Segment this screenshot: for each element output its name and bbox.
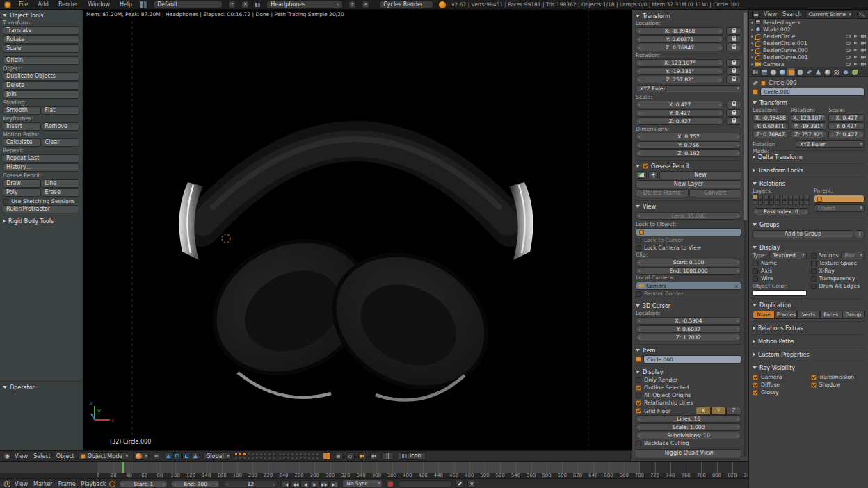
ray-checkbox[interactable] xyxy=(811,375,817,380)
outliner-item[interactable]: Camera xyxy=(749,60,868,67)
scrollbar-thumb[interactable] xyxy=(744,12,747,220)
outliner-item[interactable]: BezierCurve.000 xyxy=(749,47,868,54)
outliner-menu[interactable]: View xyxy=(764,11,777,17)
location-field[interactable]: Y: 0.60371 xyxy=(636,35,724,43)
clip-start-field[interactable]: Start: 0.100 xyxy=(636,259,741,266)
rotation-field[interactable]: X: 123.107° xyxy=(791,114,827,122)
editor-type-3dview-icon[interactable] xyxy=(3,452,11,460)
tab-render-layers[interactable] xyxy=(760,68,768,76)
pivot-point-icon[interactable] xyxy=(152,452,161,460)
lock-button[interactable] xyxy=(726,44,741,51)
remove-keyframe-button[interactable]: Remove xyxy=(42,122,80,131)
outline-selected-checkbox[interactable] xyxy=(636,385,641,391)
use-sketching-sessions-row[interactable]: Use Sketching Sessions xyxy=(3,197,79,205)
draw-all-edges-checkbox[interactable] xyxy=(811,284,817,289)
selectable-icon[interactable] xyxy=(854,56,858,58)
draw-type-dropdown[interactable]: Textured xyxy=(769,252,807,259)
parent-field[interactable] xyxy=(814,195,865,203)
view-panel-header[interactable]: View xyxy=(636,202,741,211)
visibility-icon[interactable] xyxy=(846,56,851,59)
lock-button[interactable] xyxy=(726,101,741,108)
ray-checkbox[interactable] xyxy=(753,390,758,396)
parent-type-dropdown[interactable]: Object xyxy=(814,204,865,212)
manipulator-axes-icon[interactable] xyxy=(191,452,200,460)
topbar-menu[interactable]: Help xyxy=(118,1,134,8)
manipulator-scale-icon[interactable] xyxy=(182,452,191,460)
delete-keyframe-icon[interactable]: × xyxy=(467,480,476,488)
tab-render[interactable] xyxy=(751,68,759,76)
rotation-mode-dropdown[interactable]: XYZ Euler xyxy=(796,140,865,148)
outliner-item[interactable]: RenderLayers xyxy=(749,19,868,26)
scale-field[interactable]: Z: 0.427 xyxy=(636,117,724,125)
scene-selector[interactable]: Headphones3 xyxy=(266,1,343,8)
tab-modifiers[interactable] xyxy=(805,68,813,76)
editor-type-info-icon[interactable] xyxy=(3,1,12,9)
scale-field[interactable]: Z: 0.427 xyxy=(828,131,865,138)
scale-field[interactable]: Y: 0.427 xyxy=(828,122,865,130)
layers-grid[interactable] xyxy=(234,453,275,460)
tab-scene[interactable] xyxy=(769,68,777,76)
axis-row[interactable]: Axis xyxy=(753,267,807,275)
editor-type-timeline-icon[interactable] xyxy=(3,480,11,488)
location-field[interactable]: X: -0.39468 xyxy=(753,114,789,122)
duplicate-objects-button[interactable]: Duplicate Objects xyxy=(3,72,79,81)
lock-camera-row[interactable]: Lock Camera to View xyxy=(636,244,741,252)
lock-button[interactable] xyxy=(726,59,741,67)
lock-button[interactable] xyxy=(726,117,741,125)
duplication-panel-header[interactable]: Duplication xyxy=(753,301,865,309)
tab-object-data[interactable] xyxy=(814,68,822,76)
rotation-field[interactable]: Y: -19.331° xyxy=(636,67,724,75)
rotate-button[interactable]: Rotate xyxy=(3,35,79,44)
ray-checkbox[interactable] xyxy=(753,382,758,388)
manipulator-translate-icon[interactable] xyxy=(164,452,172,460)
insert-keyframe-icon[interactable] xyxy=(456,480,464,488)
icon-button[interactable]: icon xyxy=(397,452,426,460)
xray-row[interactable]: X-Ray xyxy=(811,267,865,275)
selectable-icon[interactable] xyxy=(854,42,858,44)
clip-end-field[interactable]: End: 1000.000 xyxy=(636,267,741,275)
all-object-origins-row[interactable]: All Object Origins xyxy=(636,391,741,399)
ray-visibility-header[interactable]: Ray Visibility xyxy=(753,364,865,372)
outliner-scope-dropdown[interactable]: Current Scene xyxy=(805,10,852,17)
playback-button[interactable]: ▶▶ xyxy=(320,480,329,488)
timeline-menu[interactable]: Frame xyxy=(58,481,76,487)
transform-panel-header[interactable]: Transform xyxy=(636,12,741,20)
axis-checkbox[interactable] xyxy=(753,268,758,274)
renderable-icon[interactable] xyxy=(861,63,866,66)
location-field[interactable]: Y: 0.60371 xyxy=(753,122,789,130)
viewport-menu[interactable]: Object xyxy=(56,453,74,459)
duplication-verts-button[interactable]: Verts xyxy=(797,311,819,319)
rotation-order-dropdown[interactable]: XYZ Euler xyxy=(636,85,741,92)
outliner-item[interactable]: BezierCircle xyxy=(749,33,868,40)
timeline-menu[interactable]: View xyxy=(15,481,28,487)
delete-button[interactable]: Delete xyxy=(3,81,79,90)
topbar-menu[interactable]: File xyxy=(17,1,29,8)
scale-field[interactable]: Y: 0.427 xyxy=(636,109,724,117)
topbar-menu[interactable]: Add xyxy=(36,1,50,8)
visibility-icon[interactable] xyxy=(846,63,851,66)
ruler-protractor-button[interactable]: Ruler/Protractor xyxy=(3,205,79,213)
rigid-body-tools-panel-header[interactable]: Rigid Body Tools xyxy=(3,217,79,225)
frame-start-field[interactable]: Start: 1 xyxy=(119,480,168,488)
lock-button[interactable] xyxy=(726,109,741,117)
gp-new-button[interactable]: New xyxy=(659,171,741,179)
clear-button[interactable]: Clear xyxy=(42,138,80,147)
texture-space-row[interactable]: Texture Space xyxy=(811,259,865,267)
transform-panel-header[interactable]: Transform xyxy=(753,99,865,107)
bounds-type-dropdown[interactable]: Box xyxy=(841,252,865,259)
name-row[interactable]: Name xyxy=(753,259,807,267)
pass-index-field[interactable]: Pass Index: 0 xyxy=(753,208,810,215)
3d-cursor-panel-header[interactable]: 3D Cursor xyxy=(636,302,741,310)
relationship-lines-checkbox[interactable] xyxy=(636,400,641,406)
outliner-search-input[interactable] xyxy=(857,10,865,17)
grid-lines-field[interactable]: Lines: 16 xyxy=(636,415,741,423)
object-name-field[interactable]: Circle.000 xyxy=(760,88,865,96)
object-color-swatch[interactable] xyxy=(753,290,807,296)
history-button[interactable]: History... xyxy=(3,163,79,172)
dimension-field[interactable]: X: 0.757 xyxy=(636,133,741,140)
location-field[interactable]: X: -0.39468 xyxy=(636,27,724,35)
timeline-ruler[interactable]: 0204060801001201401601802002202402602803… xyxy=(0,462,748,478)
insert-keyframe-button[interactable]: Insert xyxy=(3,122,41,131)
grid-floor-checkbox[interactable] xyxy=(636,408,641,414)
ray-visibility-row[interactable]: Transmission xyxy=(811,373,865,381)
